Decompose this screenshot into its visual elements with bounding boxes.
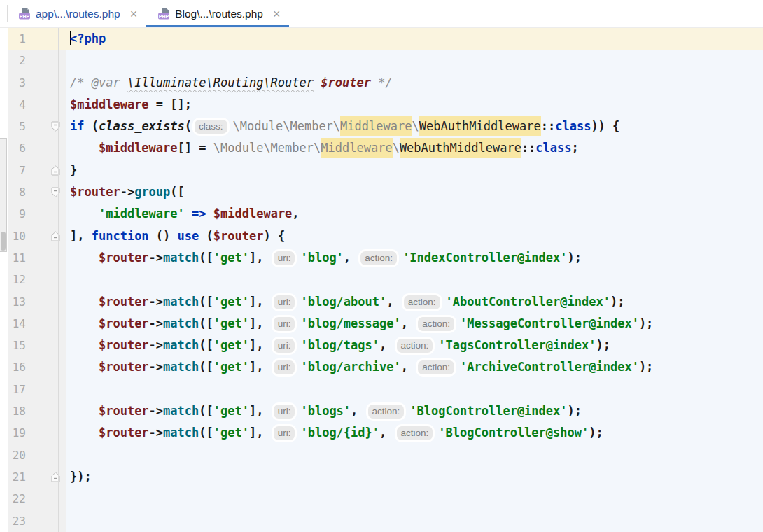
code-token (70, 295, 99, 309)
line-number[interactable]: 6 (8, 137, 29, 159)
line-number[interactable]: 22 (8, 488, 29, 510)
code-text[interactable]: $middleware[] = \Module\Member\Middlewar… (66, 137, 763, 159)
parameter-hint[interactable]: uri: (274, 360, 295, 374)
line-number[interactable]: 4 (8, 94, 29, 115)
code-text[interactable]: $router->match(['get'], uri:'blogs', act… (66, 400, 763, 422)
line-number[interactable]: 18 (8, 400, 29, 422)
parameter-hint[interactable]: uri: (274, 339, 295, 353)
code-text[interactable]: $router->match(['get'], uri:'blog/archiv… (66, 356, 763, 378)
line-number[interactable]: 7 (8, 160, 29, 181)
parameter-hint[interactable]: uri: (274, 426, 295, 440)
code-token: $router (99, 426, 149, 440)
code-text[interactable]: $router->match(['get'], uri:'blog/tags',… (66, 335, 763, 356)
code-text[interactable]: $middleware = []; (66, 94, 763, 115)
code-token: => (192, 206, 206, 220)
fold-column (29, 94, 66, 115)
line-number[interactable]: 21 (8, 466, 29, 488)
line-number[interactable]: 23 (8, 510, 29, 532)
line-number[interactable]: 9 (8, 203, 29, 225)
fold-column (29, 488, 66, 510)
code-text[interactable] (66, 510, 763, 532)
line-number[interactable]: 20 (8, 444, 29, 466)
code-text[interactable] (66, 444, 763, 466)
code-text[interactable] (66, 488, 763, 510)
parameter-hint[interactable]: action: (418, 360, 454, 374)
code-text[interactable]: $router->match(['get'], uri:'blog', acti… (66, 247, 763, 269)
code-token: $middleware (214, 206, 293, 220)
left-panel-edge (0, 28, 8, 532)
code-token: ); (596, 338, 610, 352)
line-number[interactable]: 15 (8, 335, 29, 356)
code-token: ; (572, 141, 579, 155)
line-number[interactable]: 5 (8, 115, 29, 137)
code-text[interactable]: $router->match(['get'], uri:'blog/{id}',… (66, 422, 763, 444)
parameter-hint[interactable]: class: (195, 120, 227, 134)
fold-column (29, 50, 66, 71)
parameter-hint[interactable]: uri: (274, 405, 295, 419)
line-number[interactable]: 13 (8, 291, 29, 313)
tab-blog-routes-php[interactable]: PHPBlog\...\routes.php× (146, 0, 289, 27)
code-line: 12 (8, 269, 763, 290)
code-token: ([ (199, 316, 213, 330)
code-token: -> (149, 316, 163, 330)
line-number[interactable]: 17 (8, 379, 29, 400)
code-text[interactable]: ], function () use ($router) { (66, 225, 763, 247)
code-text[interactable] (66, 50, 763, 71)
parameter-hint[interactable]: action: (360, 251, 397, 265)
line-number[interactable]: 8 (8, 181, 29, 203)
code-line: 2 (8, 50, 763, 71)
php-file-icon: PHP (19, 8, 31, 20)
parameter-hint[interactable]: uri: (274, 317, 295, 331)
parameter-hint[interactable]: action: (397, 426, 433, 440)
code-token: ([ (199, 360, 213, 374)
tab-close-icon[interactable]: × (273, 8, 281, 20)
line-number[interactable]: 11 (8, 247, 29, 269)
code-line: 14 $router->match(['get'], uri:'blog/mes… (8, 313, 763, 335)
code-token: ([ (199, 295, 213, 309)
code-text[interactable] (66, 379, 763, 400)
parameter-hint[interactable]: uri: (274, 295, 295, 309)
line-number[interactable]: 19 (8, 422, 29, 444)
code-line: 13 $router->match(['get'], uri:'blog/abo… (8, 291, 763, 313)
code-text[interactable]: $router->match(['get'], uri:'blog/about'… (66, 291, 763, 313)
code-token: -> (149, 251, 163, 265)
code-text[interactable]: <?php (66, 28, 763, 50)
line-number[interactable]: 3 (8, 72, 29, 94)
left-panel-scrollbar[interactable] (0, 138, 7, 252)
parameter-hint[interactable]: action: (418, 317, 454, 331)
parameter-hint[interactable]: uri: (274, 251, 295, 265)
parameter-hint[interactable]: action: (368, 405, 405, 419)
line-number[interactable]: 12 (8, 269, 29, 290)
code-text[interactable]: }); (66, 466, 763, 488)
code-text[interactable]: $router->group([ (66, 181, 763, 203)
code-token: group (134, 185, 170, 199)
code-text[interactable]: /* @var \Illuminate\Routing\Router $rout… (66, 72, 763, 94)
code-text[interactable] (66, 269, 763, 290)
code-token (120, 76, 127, 90)
code-text[interactable]: $router->match(['get'], uri:'blog/messag… (66, 313, 763, 335)
line-number[interactable]: 16 (8, 356, 29, 378)
code-token: }); (70, 470, 92, 484)
code-token: $router (214, 229, 264, 243)
line-number[interactable]: 10 (8, 225, 29, 247)
code-token: \ (412, 119, 419, 133)
code-text[interactable]: } (66, 160, 763, 181)
line-number[interactable]: 1 (8, 28, 29, 50)
parameter-hint[interactable]: action: (397, 339, 433, 353)
code-text[interactable]: 'middleware' => $middleware, (66, 203, 763, 225)
code-text[interactable]: if (class_exists(class:\Module\Member\Mi… (66, 115, 763, 137)
tab-app-routes-php[interactable]: PHPapp\...\routes.php× (7, 0, 146, 27)
code-token: -> (149, 360, 163, 374)
code-token: match (163, 426, 199, 440)
tab-close-icon[interactable]: × (130, 8, 138, 20)
line-number[interactable]: 14 (8, 313, 29, 335)
left-panel-scrollbar-thumb[interactable] (1, 232, 6, 251)
line-number[interactable]: 2 (8, 50, 29, 71)
code-token: 'get' (214, 295, 249, 309)
code-token: 'get' (214, 404, 249, 418)
code-token: ([ (199, 426, 213, 440)
parameter-hint[interactable]: action: (404, 295, 440, 309)
code-token: ], (70, 229, 92, 243)
code-line: 6 $middleware[] = \Module\Member\Middlew… (8, 137, 763, 159)
code-token: $router (99, 251, 149, 265)
